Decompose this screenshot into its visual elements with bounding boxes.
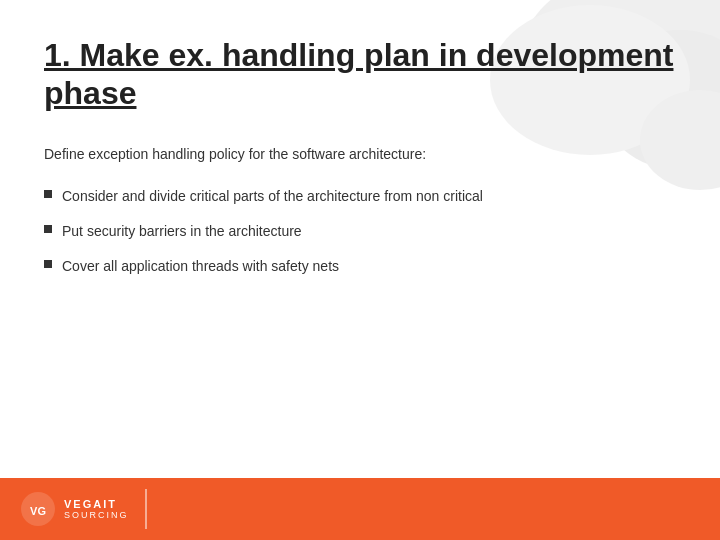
bullet-list: Consider and divide critical parts of th… [44,186,676,277]
vegait-logo-icon: VG [20,491,56,527]
slide: 1. Make ex. handling plan in development… [0,0,720,540]
footer-logo: VG VEGAIT SOURCING [20,491,129,527]
svg-text:VG: VG [30,505,46,517]
bullet-text-2: Put security barriers in the architectur… [62,221,302,242]
slide-subtitle: Define exception handling policy for the… [44,145,676,165]
logo-line2: SOURCING [64,510,129,520]
logo-text-block: VEGAIT SOURCING [64,498,129,520]
logo-line1: VEGAIT [64,498,129,510]
footer-bar: VG VEGAIT SOURCING [0,478,720,540]
bullet-item-2: Put security barriers in the architectur… [44,221,676,242]
bullet-icon-2 [44,225,52,233]
slide-title: 1. Make ex. handling plan in development… [44,36,676,113]
slide-content: 1. Make ex. handling plan in development… [0,0,720,478]
bullet-text-3: Cover all application threads with safet… [62,256,339,277]
bullet-text-1: Consider and divide critical parts of th… [62,186,483,207]
footer-divider [145,489,147,529]
bullet-item-1: Consider and divide critical parts of th… [44,186,676,207]
bullet-icon-3 [44,260,52,268]
bullet-icon-1 [44,190,52,198]
bullet-item-3: Cover all application threads with safet… [44,256,676,277]
